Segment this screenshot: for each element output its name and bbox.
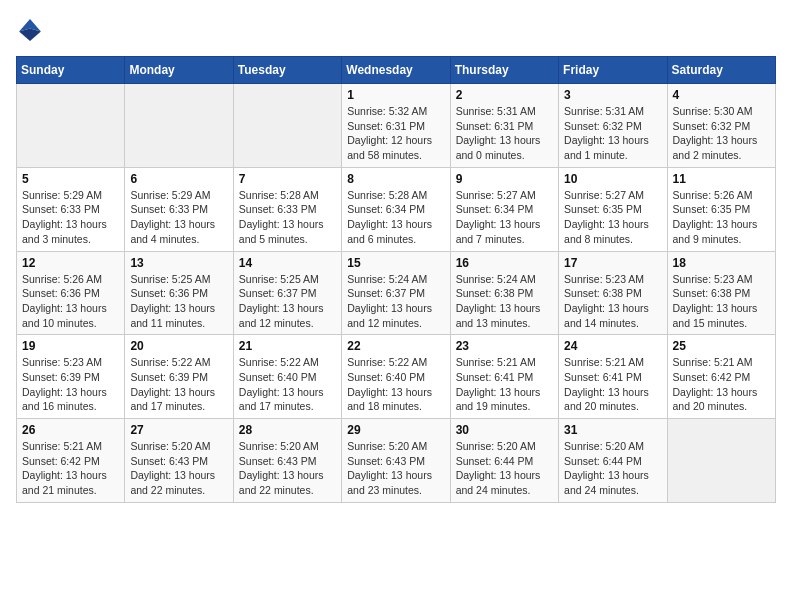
calendar-cell: 17Sunrise: 5:23 AMSunset: 6:38 PMDayligh… bbox=[559, 251, 667, 335]
day-number: 4 bbox=[673, 88, 770, 102]
day-number: 18 bbox=[673, 256, 770, 270]
calendar-cell: 2Sunrise: 5:31 AMSunset: 6:31 PMDaylight… bbox=[450, 84, 558, 168]
weekday-header-monday: Monday bbox=[125, 57, 233, 84]
day-info: Sunrise: 5:20 AMSunset: 6:43 PMDaylight:… bbox=[130, 439, 227, 498]
calendar-cell bbox=[125, 84, 233, 168]
day-info: Sunrise: 5:25 AMSunset: 6:36 PMDaylight:… bbox=[130, 272, 227, 331]
calendar-cell: 18Sunrise: 5:23 AMSunset: 6:38 PMDayligh… bbox=[667, 251, 775, 335]
calendar-cell: 15Sunrise: 5:24 AMSunset: 6:37 PMDayligh… bbox=[342, 251, 450, 335]
day-number: 9 bbox=[456, 172, 553, 186]
weekday-header-friday: Friday bbox=[559, 57, 667, 84]
day-info: Sunrise: 5:20 AMSunset: 6:44 PMDaylight:… bbox=[456, 439, 553, 498]
day-number: 26 bbox=[22, 423, 119, 437]
calendar-cell: 31Sunrise: 5:20 AMSunset: 6:44 PMDayligh… bbox=[559, 419, 667, 503]
day-number: 8 bbox=[347, 172, 444, 186]
day-info: Sunrise: 5:23 AMSunset: 6:39 PMDaylight:… bbox=[22, 355, 119, 414]
logo-icon bbox=[16, 16, 44, 44]
day-number: 24 bbox=[564, 339, 661, 353]
day-info: Sunrise: 5:21 AMSunset: 6:42 PMDaylight:… bbox=[22, 439, 119, 498]
day-number: 3 bbox=[564, 88, 661, 102]
calendar-cell: 20Sunrise: 5:22 AMSunset: 6:39 PMDayligh… bbox=[125, 335, 233, 419]
calendar-cell bbox=[667, 419, 775, 503]
calendar-cell: 7Sunrise: 5:28 AMSunset: 6:33 PMDaylight… bbox=[233, 167, 341, 251]
day-info: Sunrise: 5:21 AMSunset: 6:41 PMDaylight:… bbox=[456, 355, 553, 414]
day-number: 25 bbox=[673, 339, 770, 353]
weekday-header-thursday: Thursday bbox=[450, 57, 558, 84]
calendar-cell bbox=[233, 84, 341, 168]
day-info: Sunrise: 5:23 AMSunset: 6:38 PMDaylight:… bbox=[564, 272, 661, 331]
day-info: Sunrise: 5:27 AMSunset: 6:35 PMDaylight:… bbox=[564, 188, 661, 247]
day-number: 16 bbox=[456, 256, 553, 270]
day-number: 22 bbox=[347, 339, 444, 353]
weekday-header-tuesday: Tuesday bbox=[233, 57, 341, 84]
day-info: Sunrise: 5:20 AMSunset: 6:44 PMDaylight:… bbox=[564, 439, 661, 498]
day-number: 31 bbox=[564, 423, 661, 437]
day-info: Sunrise: 5:26 AMSunset: 6:35 PMDaylight:… bbox=[673, 188, 770, 247]
weekday-header-wednesday: Wednesday bbox=[342, 57, 450, 84]
calendar-header: SundayMondayTuesdayWednesdayThursdayFrid… bbox=[17, 57, 776, 84]
day-number: 12 bbox=[22, 256, 119, 270]
page-header bbox=[16, 16, 776, 44]
day-info: Sunrise: 5:25 AMSunset: 6:37 PMDaylight:… bbox=[239, 272, 336, 331]
day-number: 20 bbox=[130, 339, 227, 353]
day-number: 1 bbox=[347, 88, 444, 102]
calendar-cell: 19Sunrise: 5:23 AMSunset: 6:39 PMDayligh… bbox=[17, 335, 125, 419]
calendar-cell: 26Sunrise: 5:21 AMSunset: 6:42 PMDayligh… bbox=[17, 419, 125, 503]
calendar-cell: 29Sunrise: 5:20 AMSunset: 6:43 PMDayligh… bbox=[342, 419, 450, 503]
day-info: Sunrise: 5:29 AMSunset: 6:33 PMDaylight:… bbox=[22, 188, 119, 247]
calendar-cell: 27Sunrise: 5:20 AMSunset: 6:43 PMDayligh… bbox=[125, 419, 233, 503]
day-number: 11 bbox=[673, 172, 770, 186]
weekday-header-saturday: Saturday bbox=[667, 57, 775, 84]
calendar-cell bbox=[17, 84, 125, 168]
calendar-cell: 23Sunrise: 5:21 AMSunset: 6:41 PMDayligh… bbox=[450, 335, 558, 419]
calendar-cell: 4Sunrise: 5:30 AMSunset: 6:32 PMDaylight… bbox=[667, 84, 775, 168]
calendar-cell: 13Sunrise: 5:25 AMSunset: 6:36 PMDayligh… bbox=[125, 251, 233, 335]
day-info: Sunrise: 5:31 AMSunset: 6:32 PMDaylight:… bbox=[564, 104, 661, 163]
calendar-cell: 25Sunrise: 5:21 AMSunset: 6:42 PMDayligh… bbox=[667, 335, 775, 419]
calendar-cell: 9Sunrise: 5:27 AMSunset: 6:34 PMDaylight… bbox=[450, 167, 558, 251]
day-number: 23 bbox=[456, 339, 553, 353]
day-info: Sunrise: 5:20 AMSunset: 6:43 PMDaylight:… bbox=[347, 439, 444, 498]
day-number: 7 bbox=[239, 172, 336, 186]
weekday-header-sunday: Sunday bbox=[17, 57, 125, 84]
day-info: Sunrise: 5:20 AMSunset: 6:43 PMDaylight:… bbox=[239, 439, 336, 498]
day-number: 5 bbox=[22, 172, 119, 186]
day-number: 30 bbox=[456, 423, 553, 437]
calendar-cell: 12Sunrise: 5:26 AMSunset: 6:36 PMDayligh… bbox=[17, 251, 125, 335]
day-info: Sunrise: 5:24 AMSunset: 6:38 PMDaylight:… bbox=[456, 272, 553, 331]
day-info: Sunrise: 5:29 AMSunset: 6:33 PMDaylight:… bbox=[130, 188, 227, 247]
day-info: Sunrise: 5:27 AMSunset: 6:34 PMDaylight:… bbox=[456, 188, 553, 247]
day-info: Sunrise: 5:28 AMSunset: 6:34 PMDaylight:… bbox=[347, 188, 444, 247]
calendar-cell: 30Sunrise: 5:20 AMSunset: 6:44 PMDayligh… bbox=[450, 419, 558, 503]
logo bbox=[16, 16, 48, 44]
calendar-cell: 16Sunrise: 5:24 AMSunset: 6:38 PMDayligh… bbox=[450, 251, 558, 335]
day-info: Sunrise: 5:21 AMSunset: 6:41 PMDaylight:… bbox=[564, 355, 661, 414]
day-number: 15 bbox=[347, 256, 444, 270]
day-info: Sunrise: 5:26 AMSunset: 6:36 PMDaylight:… bbox=[22, 272, 119, 331]
day-info: Sunrise: 5:32 AMSunset: 6:31 PMDaylight:… bbox=[347, 104, 444, 163]
calendar-cell: 1Sunrise: 5:32 AMSunset: 6:31 PMDaylight… bbox=[342, 84, 450, 168]
day-number: 28 bbox=[239, 423, 336, 437]
day-number: 19 bbox=[22, 339, 119, 353]
calendar-cell: 10Sunrise: 5:27 AMSunset: 6:35 PMDayligh… bbox=[559, 167, 667, 251]
calendar-cell: 24Sunrise: 5:21 AMSunset: 6:41 PMDayligh… bbox=[559, 335, 667, 419]
day-info: Sunrise: 5:22 AMSunset: 6:40 PMDaylight:… bbox=[239, 355, 336, 414]
calendar-cell: 28Sunrise: 5:20 AMSunset: 6:43 PMDayligh… bbox=[233, 419, 341, 503]
calendar-cell: 3Sunrise: 5:31 AMSunset: 6:32 PMDaylight… bbox=[559, 84, 667, 168]
calendar-cell: 22Sunrise: 5:22 AMSunset: 6:40 PMDayligh… bbox=[342, 335, 450, 419]
day-info: Sunrise: 5:21 AMSunset: 6:42 PMDaylight:… bbox=[673, 355, 770, 414]
calendar-table: SundayMondayTuesdayWednesdayThursdayFrid… bbox=[16, 56, 776, 503]
day-number: 6 bbox=[130, 172, 227, 186]
day-info: Sunrise: 5:22 AMSunset: 6:39 PMDaylight:… bbox=[130, 355, 227, 414]
day-info: Sunrise: 5:28 AMSunset: 6:33 PMDaylight:… bbox=[239, 188, 336, 247]
day-number: 14 bbox=[239, 256, 336, 270]
day-info: Sunrise: 5:31 AMSunset: 6:31 PMDaylight:… bbox=[456, 104, 553, 163]
calendar-cell: 8Sunrise: 5:28 AMSunset: 6:34 PMDaylight… bbox=[342, 167, 450, 251]
calendar-cell: 6Sunrise: 5:29 AMSunset: 6:33 PMDaylight… bbox=[125, 167, 233, 251]
day-number: 2 bbox=[456, 88, 553, 102]
calendar-cell: 11Sunrise: 5:26 AMSunset: 6:35 PMDayligh… bbox=[667, 167, 775, 251]
calendar-cell: 14Sunrise: 5:25 AMSunset: 6:37 PMDayligh… bbox=[233, 251, 341, 335]
day-info: Sunrise: 5:23 AMSunset: 6:38 PMDaylight:… bbox=[673, 272, 770, 331]
day-number: 27 bbox=[130, 423, 227, 437]
day-number: 17 bbox=[564, 256, 661, 270]
